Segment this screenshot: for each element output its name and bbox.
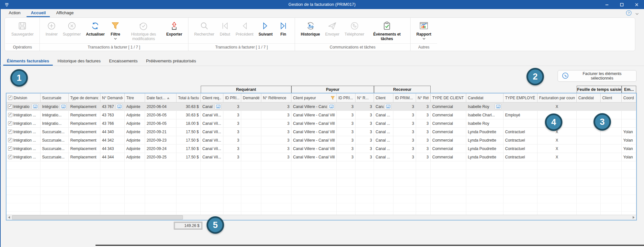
hscrollbar-thumb[interactable]	[12, 215, 183, 220]
horizontal-scrollbar[interactable]	[6, 215, 636, 220]
column-header-succursale[interactable]: Succursale	[40, 93, 69, 102]
table-cell: Intégratio	[6, 102, 40, 111]
ribbon-button-exporter[interactable]: Exporter	[164, 20, 185, 37]
facturer-button[interactable]: Facturer les éléments sélectionnés	[558, 70, 637, 82]
minimize-button[interactable]	[599, 0, 614, 9]
ribbon: SauvegarderOpérationsInsérerSupprimerAct…	[5, 17, 635, 51]
column-header-type-employe[interactable]: TYPE EMPLOYÉ	[503, 93, 537, 102]
table-cell: 3	[261, 145, 291, 153]
table-cell: Yolan	[622, 136, 636, 144]
open-record-icon[interactable]	[385, 104, 391, 109]
ribbon-collapse-chevron-icon[interactable]	[635, 11, 639, 16]
column-header-candidat[interactable]: Candidat	[466, 93, 503, 102]
filter-icon[interactable]	[331, 96, 335, 100]
ribbon-tab-action[interactable]: Action	[5, 9, 25, 17]
column-header-label: TYPE EMPLOYÉ	[505, 96, 535, 100]
column-header-n-demande[interactable]: N° Demande	[100, 93, 125, 102]
column-header-titre[interactable]: Titre	[125, 93, 145, 102]
column-header-client[interactable]: Client	[601, 93, 622, 102]
maximize-button[interactable]	[614, 0, 629, 9]
ribbon-button-actualiser[interactable]: Actualiser	[83, 20, 107, 37]
cell-text: Canal Villere - Canal Villere	[293, 138, 335, 143]
open-record-icon[interactable]	[60, 104, 67, 109]
table-row[interactable]: Intégration ...Succursale...Remplacement…	[6, 128, 636, 136]
callout-number: 2	[533, 72, 537, 82]
ribbon-button-historique[interactable]: Historique	[298, 20, 322, 37]
ribbon-button-evenements-et-taches[interactable]: Évènements et tâches	[367, 20, 407, 42]
window-frame-left	[0, 9, 1, 247]
column-header-date-fact[interactable]: Date fact...	[145, 93, 176, 102]
table-row[interactable]: Intégration ...Succursale...Remplacement…	[6, 145, 636, 153]
row-checkbox[interactable]	[8, 121, 12, 125]
cell-text: 3	[370, 146, 372, 151]
table-row[interactable]: Intégration ...Succursale...Remplacement…	[6, 153, 636, 161]
header-checkbox[interactable]	[8, 96, 12, 100]
column-header-id-prim[interactable]: ID PRIM...	[393, 93, 416, 102]
row-checkbox[interactable]	[8, 155, 12, 159]
open-record-icon[interactable]	[495, 104, 502, 109]
table-cell: Isabelle Roy	[466, 119, 503, 127]
ribbon-tab-affichage[interactable]: Affichage	[52, 9, 78, 17]
column-header-type-de-demande[interactable]: Type de demande	[69, 93, 100, 102]
table-cell: 3	[223, 119, 241, 127]
table-row[interactable]: IntégratioIntégratioRemplacement43 767Ad…	[6, 102, 636, 111]
column-header-n-r[interactable]: N° R...	[356, 93, 374, 102]
ribbon-tab-accueil[interactable]: Accueil	[27, 9, 50, 17]
ribbon-button-filtre[interactable]: Filtre	[107, 20, 123, 40]
ribbon-button-label: Actualiser	[86, 32, 105, 37]
cell-text: Intégratio	[13, 104, 29, 109]
column-header-client-req[interactable]: Client req...	[201, 93, 223, 102]
column-header-total-a-facturer[interactable]: Total à facturer	[176, 93, 201, 102]
ribbon-button-suivant[interactable]: Suivant	[256, 20, 275, 37]
row-checkbox[interactable]	[8, 138, 12, 142]
column-header-type-de-client[interactable]: TYPE DE CLIENT	[431, 93, 466, 102]
column-header-id-pri[interactable]: ID PRI...	[337, 93, 356, 102]
table-cell: 3	[393, 145, 416, 153]
table-cell: 2020-09-21	[145, 128, 176, 136]
column-header-division[interactable]: Division	[6, 93, 40, 102]
open-record-icon[interactable]	[32, 104, 39, 109]
view-tab-historique-des-factures[interactable]: Historique des factures	[54, 57, 104, 66]
open-record-icon[interactable]	[116, 104, 123, 109]
cell-text: Yolan	[623, 155, 633, 159]
table-row[interactable]: Intégration ...Succursale...Remplacement…	[6, 136, 636, 145]
row-checkbox[interactable]	[8, 146, 12, 151]
column-header-n-ref[interactable]: N° Réf...	[416, 93, 431, 102]
scroll-right-icon[interactable]	[631, 215, 636, 220]
table-cell	[241, 136, 261, 144]
ribbon-group-communications-et-taches: HistoriqueEnvoyerTéléphonerÉvènements et…	[295, 18, 410, 51]
cell-text: 2020-09-24	[147, 146, 166, 151]
table-cell: 17.50 $	[176, 136, 201, 144]
cell-text: Canal Vil...	[202, 138, 221, 143]
ribbon-button-rapport[interactable]: Rapport	[414, 20, 434, 40]
help-icon[interactable]: ?	[626, 10, 632, 17]
table-cell: Employé	[503, 111, 537, 119]
ribbon-button-fin[interactable]: Fin	[275, 20, 291, 37]
close-button[interactable]	[629, 0, 644, 9]
table-row[interactable]: Intégration ...Intégratio...Remplacement…	[6, 119, 636, 128]
column-header-id-pri[interactable]: ID PRI...	[223, 93, 241, 102]
open-record-icon[interactable]	[328, 104, 335, 109]
table-cell	[601, 153, 622, 161]
column-header-client-payeur[interactable]: Client payeur	[291, 93, 337, 102]
view-tab-prelevements-preautorises[interactable]: Prélèvements préautorisés	[142, 57, 200, 66]
row-checkbox[interactable]	[8, 104, 12, 109]
table-cell: 2020-09-25	[145, 153, 176, 161]
column-header-n-reference[interactable]: N° Référence	[261, 93, 291, 102]
scroll-left-icon[interactable]	[6, 215, 12, 220]
column-header-demande[interactable]: Demandé...	[241, 93, 261, 102]
view-tab-elements-facturables[interactable]: Éléments facturables	[3, 57, 53, 66]
application-window: Gestion de la facturation (PRIM017) Acti…	[0, 0, 644, 247]
view-tab-encaissements[interactable]: Encaissements	[106, 57, 141, 66]
column-header-coord[interactable]: Coord...	[622, 93, 636, 102]
column-header-facturation-par-courriel[interactable]: Facturation par courriel	[537, 93, 577, 102]
column-header-client[interactable]: Client	[374, 93, 393, 102]
ribbon-group-caption: Transactions à facturer [ 1 / 7 ]	[40, 43, 188, 51]
table-cell: Lynda Poudrette	[466, 136, 503, 144]
open-record-icon[interactable]	[215, 104, 221, 109]
column-header-candidat[interactable]: Candidat	[577, 93, 601, 102]
row-checkbox[interactable]	[8, 113, 12, 117]
row-checkbox[interactable]	[8, 130, 12, 134]
table-row[interactable]: Intégration ...Intégratio...Remplacement…	[6, 111, 636, 119]
grid-filler-column	[69, 161, 100, 215]
